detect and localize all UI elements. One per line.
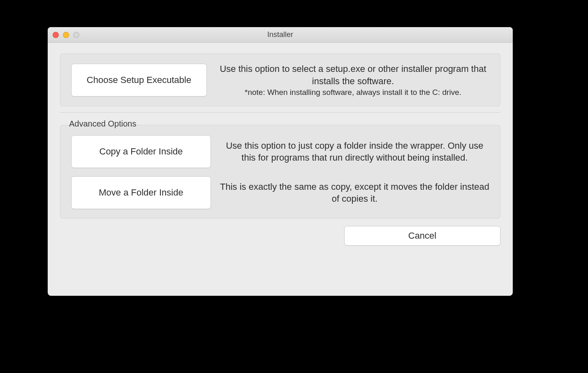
move-folder-text: This is exactly the same as copy, except… xyxy=(220,181,489,205)
primary-group: Choose Setup Executable Use this option … xyxy=(60,53,500,106)
installer-window: Installer Choose Setup Executable Use th… xyxy=(48,27,513,296)
advanced-section: Advanced Options Copy a Folder Inside Us… xyxy=(60,125,500,219)
copy-folder-text: Use this option to just copy a folder in… xyxy=(220,140,489,164)
choose-setup-text: Use this option to select a setup.exe or… xyxy=(217,63,489,87)
choose-setup-note: *note: When installing software, always … xyxy=(217,88,489,97)
move-folder-button[interactable]: Move a Folder Inside xyxy=(71,176,211,209)
advanced-group: Copy a Folder Inside Use this option to … xyxy=(60,125,500,219)
advanced-options-label: Advanced Options xyxy=(68,119,137,129)
choose-setup-button[interactable]: Choose Setup Executable xyxy=(71,64,207,97)
cancel-button[interactable]: Cancel xyxy=(344,226,500,246)
copy-folder-description: Use this option to just copy a folder in… xyxy=(220,140,489,164)
zoom-icon[interactable] xyxy=(73,32,79,38)
window-controls xyxy=(53,32,79,38)
footer-row: Cancel xyxy=(60,226,500,246)
minimize-icon[interactable] xyxy=(63,32,69,38)
content-area: Choose Setup Executable Use this option … xyxy=(48,43,513,255)
close-icon[interactable] xyxy=(53,32,59,38)
move-folder-description: This is exactly the same as copy, except… xyxy=(220,181,489,205)
copy-folder-button[interactable]: Copy a Folder Inside xyxy=(71,135,211,168)
divider xyxy=(60,112,500,113)
window-title: Installer xyxy=(267,30,293,39)
choose-setup-description: Use this option to select a setup.exe or… xyxy=(217,63,489,97)
titlebar: Installer xyxy=(48,27,513,43)
